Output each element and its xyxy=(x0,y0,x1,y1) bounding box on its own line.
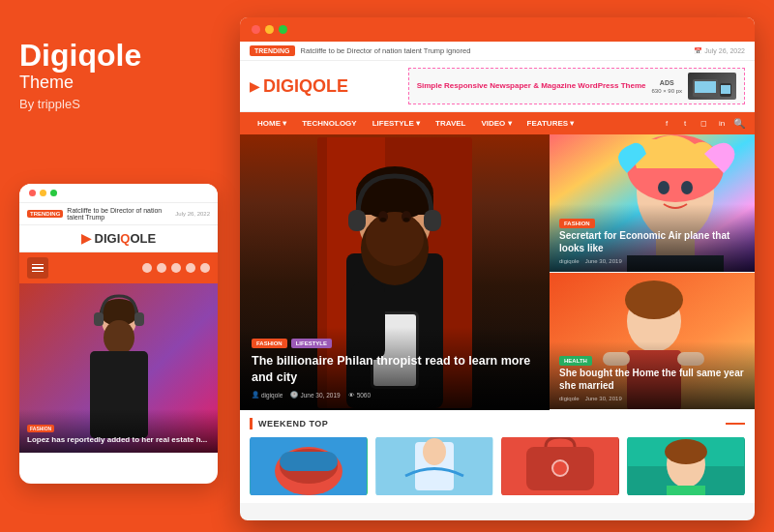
svg-rect-19 xyxy=(348,210,366,231)
trending-badge: TRENDING xyxy=(250,45,295,56)
svg-rect-20 xyxy=(424,210,441,231)
hero-fashion-tag: FASHION xyxy=(252,339,287,348)
right-card-bottom: HEALTH She bought the Home the full same… xyxy=(550,273,755,411)
right-card-top: FASHION Secretart for Economic Air plane… xyxy=(550,134,755,273)
mobile-article-overlay: FASHION Lopez has reportedly added to he… xyxy=(19,409,218,453)
svg-point-31 xyxy=(658,181,670,194)
hamburger-line-3 xyxy=(32,271,44,273)
svg-point-32 xyxy=(681,181,693,194)
right-top-date: June 30, 2019 xyxy=(585,258,622,264)
right-top-fashion-tag: FASHION xyxy=(559,219,595,228)
desktop-logo: ▶ DIGIQOLE xyxy=(250,76,348,97)
svg-point-50 xyxy=(552,460,568,476)
mobile-trending-text: Ratcliffe to be Director of nation talen… xyxy=(67,207,171,221)
twitter-icon[interactable]: t xyxy=(678,117,692,131)
weekend-svg-4 xyxy=(627,437,745,495)
trending-text: Ratcliffe to be Director of nation talen… xyxy=(301,46,471,55)
mobile-linkedin-icon[interactable] xyxy=(186,263,195,273)
trending-left: TRENDING Ratcliffe to be Director of nat… xyxy=(250,45,470,56)
mobile-fashion-tag: FASHION xyxy=(27,425,54,432)
bottom-section: WEEKEND TOP xyxy=(240,410,755,503)
nav-home[interactable]: HOME ▾ xyxy=(250,112,294,134)
facebook-icon[interactable]: f xyxy=(660,117,673,131)
dot-green xyxy=(50,190,57,196)
brand-panel: Digiqole Theme By trippleS xyxy=(19,39,213,111)
mobile-article-title: Lopez has reportedly added to her real e… xyxy=(27,435,210,445)
svg-point-2 xyxy=(104,320,134,355)
svg-point-24 xyxy=(403,218,409,222)
hero-date: 🕐 June 30, 2019 xyxy=(290,391,340,399)
devices-svg xyxy=(693,75,731,97)
hero-lifestyle-tag: LIFESTYLE xyxy=(291,339,332,348)
weekend-bar xyxy=(250,418,253,429)
nav-video[interactable]: VIDEO ▾ xyxy=(473,112,519,134)
weekend-cards xyxy=(250,437,745,495)
hero-image: FASHION LIFESTYLE The billionaire Philan… xyxy=(240,134,550,410)
mobile-dots-bar xyxy=(19,184,218,203)
svg-rect-4 xyxy=(94,312,104,326)
ad-text: Simple Responsive Newspaper & Magazine W… xyxy=(417,81,646,91)
right-bottom-date: June 30, 2019 xyxy=(585,396,622,401)
mobile-nav-social-icons xyxy=(142,263,210,273)
ad-dimensions: 630 × 90 px xyxy=(651,88,682,94)
weekend-top-header: WEEKEND TOP xyxy=(250,418,745,429)
linkedin-icon[interactable]: in xyxy=(715,117,729,131)
mobile-trending-badge: TRENDING xyxy=(27,210,63,218)
right-top-author: digiqole xyxy=(559,258,580,264)
right-card-bottom-overlay: HEALTH She bought the Home the full same… xyxy=(550,341,755,409)
svg-rect-7 xyxy=(695,81,716,93)
mobile-twitter-icon[interactable] xyxy=(157,263,166,273)
mobile-logo: ▶ DIGIQOLE xyxy=(81,231,156,246)
svg-rect-54 xyxy=(667,486,705,495)
ad-banner: Simple Responsive Newspaper & Magazine W… xyxy=(408,68,745,104)
right-card-top-overlay: FASHION Secretart for Economic Air plane… xyxy=(550,204,755,272)
hero-overlay: FASHION LIFESTYLE The billionaire Philan… xyxy=(240,327,550,410)
desktop-dot-red xyxy=(252,25,260,34)
hero-section: FASHION LIFESTYLE The billionaire Philan… xyxy=(240,134,550,410)
desktop-dot-yellow xyxy=(265,25,274,34)
mobile-article-image: FASHION Lopez has reportedly added to he… xyxy=(19,283,218,453)
hamburger-icon[interactable] xyxy=(27,257,48,279)
ad-label: ADS xyxy=(660,79,674,86)
nav-items: HOME ▾ TECHNOLOGY LIFESTYLE ▾ TRAVEL VID… xyxy=(250,112,581,134)
logo-q-letter: Q xyxy=(299,76,313,96)
weekend-card-2 xyxy=(375,437,493,495)
brand-subtitle: Theme xyxy=(19,73,213,93)
nav-technology[interactable]: TECHNOLOGY xyxy=(294,112,364,134)
hamburger-line-2 xyxy=(32,267,44,269)
instagram-icon[interactable]: ◻ xyxy=(697,117,710,131)
mobile-logo-digi: DIGI xyxy=(95,231,121,246)
nav-lifestyle[interactable]: LIFESTYLE ▾ xyxy=(365,112,428,134)
hero-meta: 👤 digiqole 🕐 June 30, 2019 👁 5060 xyxy=(252,391,538,399)
mobile-facebook-icon[interactable] xyxy=(142,263,152,273)
svg-point-23 xyxy=(380,218,386,222)
right-card-bottom-meta: digiqole June 30, 2019 xyxy=(559,396,748,401)
right-bottom-author: digiqole xyxy=(559,396,580,401)
hero-views: 👁 5060 xyxy=(348,392,371,399)
content-area: FASHION LIFESTYLE The billionaire Philan… xyxy=(240,134,755,410)
svg-point-37 xyxy=(625,281,683,319)
right-card-bottom-title: She bought the Home the full same year s… xyxy=(559,367,748,392)
nav-features[interactable]: FEATURES ▾ xyxy=(520,112,582,134)
weekend-title: WEEKEND TOP xyxy=(258,419,328,429)
svg-point-47 xyxy=(423,438,446,465)
hero-title: The billionaire Philan thropist read to … xyxy=(252,353,538,386)
svg-point-55 xyxy=(665,439,707,464)
right-cards: FASHION Secretart for Economic Air plane… xyxy=(550,134,755,410)
desktop-dot-green xyxy=(279,25,287,34)
mobile-logo-q: Q xyxy=(120,231,130,246)
svg-rect-44 xyxy=(280,452,338,471)
logo-arrow-icon: ▶ xyxy=(250,78,260,94)
mobile-nav-bar xyxy=(19,252,218,283)
mobile-logo-ole: OLE xyxy=(130,231,156,246)
mobile-trending-bar: TRENDING Ratcliffe to be Director of nat… xyxy=(19,203,218,225)
desktop-preview: TRENDING Ratcliffe to be Director of nat… xyxy=(240,17,755,520)
mobile-instagram-icon[interactable] xyxy=(171,263,181,273)
logo-digi: DIGI xyxy=(263,76,299,96)
mobile-search-icon[interactable] xyxy=(200,263,210,273)
right-bottom-health-tag: HEALTH xyxy=(559,356,592,366)
dot-yellow xyxy=(40,190,46,196)
mobile-logo-icon: ▶ xyxy=(81,231,91,246)
search-icon[interactable]: 🔍 xyxy=(733,118,745,129)
nav-travel[interactable]: TRAVEL xyxy=(428,112,473,134)
